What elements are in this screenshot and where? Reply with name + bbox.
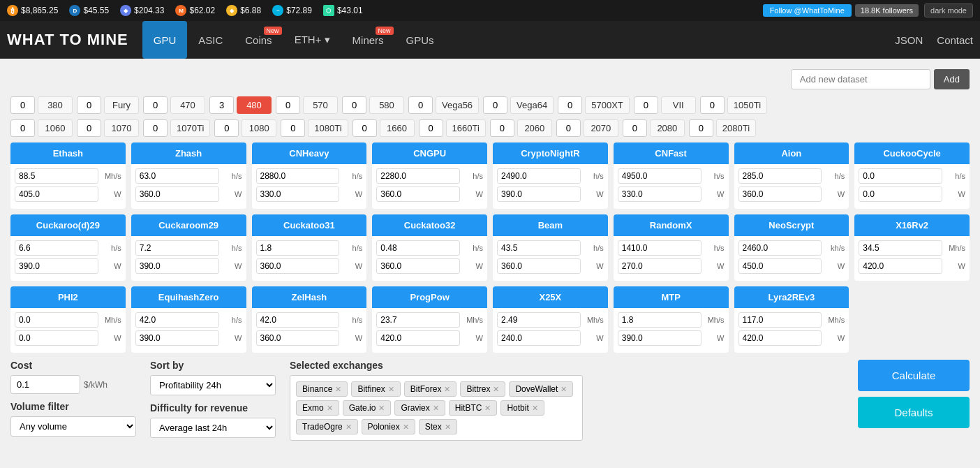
gpu-count-input[interactable] <box>634 96 658 114</box>
cost-input[interactable] <box>10 375 80 394</box>
algo-hashrate-input[interactable] <box>618 168 701 184</box>
algo-name[interactable]: ProgPow <box>372 286 487 308</box>
gpu-count-input[interactable] <box>483 96 507 114</box>
algo-hashrate-input[interactable] <box>376 312 460 328</box>
algo-hashrate-input[interactable] <box>497 312 581 328</box>
gpu-count-input[interactable] <box>689 119 713 137</box>
algo-name[interactable]: Cuckatoo31 <box>252 214 367 236</box>
add-dataset-button[interactable]: Add <box>934 69 970 89</box>
nav-json[interactable]: JSON <box>895 34 923 46</box>
algo-name[interactable]: PHI2 <box>10 286 126 308</box>
defaults-button[interactable]: Defaults <box>858 397 970 428</box>
algo-power-input[interactable] <box>859 258 942 274</box>
gpu-count-input[interactable] <box>209 96 234 114</box>
algo-name[interactable]: X16Rv2 <box>854 214 970 236</box>
algo-power-input[interactable] <box>618 187 701 202</box>
algo-power-input[interactable] <box>738 187 822 202</box>
algo-hashrate-input[interactable] <box>256 240 340 256</box>
gpu-count-input[interactable] <box>408 96 433 114</box>
gpu-count-input[interactable] <box>77 119 101 137</box>
gpu-count-input[interactable] <box>342 96 366 114</box>
remove-exchange-button[interactable]: ✕ <box>444 385 450 394</box>
dark-mode-button[interactable]: dark mode <box>924 3 973 17</box>
algo-power-input[interactable] <box>859 187 942 202</box>
sortby-select[interactable]: Profitability 24h <box>150 375 276 395</box>
algo-power-input[interactable] <box>256 187 340 202</box>
algo-name[interactable]: Aion <box>734 142 849 164</box>
algo-hashrate-input[interactable] <box>738 168 822 184</box>
remove-exchange-button[interactable]: ✕ <box>560 385 567 394</box>
algo-power-input[interactable] <box>256 330 340 346</box>
volume-select[interactable]: Any volume <box>10 416 136 437</box>
nav-asic[interactable]: ASIC <box>187 21 234 59</box>
algo-power-input[interactable] <box>135 330 219 346</box>
nav-miners[interactable]: MinersNew <box>341 21 395 59</box>
gpu-count-input[interactable] <box>700 96 725 114</box>
algo-power-input[interactable] <box>256 258 340 274</box>
nav-coins[interactable]: CoinsNew <box>234 21 283 59</box>
algo-power-input[interactable] <box>618 330 701 346</box>
remove-exchange-button[interactable]: ✕ <box>388 385 394 394</box>
algo-power-input[interactable] <box>15 187 98 202</box>
nav-gpus[interactable]: GPUs <box>395 21 445 59</box>
nav-eth-plus[interactable]: ETH+ ▾ <box>283 21 341 59</box>
algo-name[interactable]: Cuckatoo32 <box>372 214 487 236</box>
algo-power-input[interactable] <box>15 330 98 346</box>
remove-exchange-button[interactable]: ✕ <box>335 385 341 394</box>
algo-power-input[interactable] <box>135 258 219 274</box>
algo-name[interactable]: CNHeavy <box>252 142 367 164</box>
algo-name[interactable]: CNFast <box>614 142 729 164</box>
nav-gpu[interactable]: GPU <box>142 21 188 59</box>
remove-exchange-button[interactable]: ✕ <box>532 404 538 413</box>
gpu-count-input[interactable] <box>77 96 101 114</box>
remove-exchange-button[interactable]: ✕ <box>403 423 409 432</box>
algo-hashrate-input[interactable] <box>15 168 98 184</box>
gpu-count-input[interactable] <box>281 119 305 137</box>
algo-power-input[interactable] <box>738 330 822 346</box>
remove-exchange-button[interactable]: ✕ <box>484 404 491 413</box>
algo-name[interactable]: Ethash <box>10 142 126 164</box>
algo-name[interactable]: Zhash <box>131 142 246 164</box>
algo-power-input[interactable] <box>376 258 460 274</box>
gpu-count-input[interactable] <box>419 119 443 137</box>
algo-name[interactable]: Cuckaroom29 <box>131 214 246 236</box>
algo-hashrate-input[interactable] <box>135 168 219 184</box>
algo-name[interactable]: MTP <box>614 286 729 308</box>
remove-exchange-button[interactable]: ✕ <box>433 404 439 413</box>
algo-hashrate-input[interactable] <box>15 240 98 256</box>
algo-name[interactable]: X25X <box>493 286 608 308</box>
site-logo[interactable]: WHAT TO MINE <box>7 31 128 49</box>
algo-hashrate-input[interactable] <box>256 312 340 328</box>
gpu-count-input[interactable] <box>556 119 581 137</box>
gpu-count-input[interactable] <box>143 119 168 137</box>
algo-name[interactable]: CuckooCycle <box>854 142 970 164</box>
algo-hashrate-input[interactable] <box>859 240 942 256</box>
algo-name[interactable]: RandomX <box>614 214 729 236</box>
remove-exchange-button[interactable]: ✕ <box>445 423 451 432</box>
algo-hashrate-input[interactable] <box>135 312 219 328</box>
algo-power-input[interactable] <box>497 187 581 202</box>
algo-hashrate-input[interactable] <box>859 168 942 184</box>
difficulty-select[interactable]: Average last 24h <box>150 418 276 438</box>
remove-exchange-button[interactable]: ✕ <box>327 404 333 413</box>
algo-hashrate-input[interactable] <box>738 312 822 328</box>
gpu-count-input[interactable] <box>276 96 300 114</box>
algo-name[interactable]: CryptoNightR <box>493 142 608 164</box>
remove-exchange-button[interactable]: ✕ <box>378 404 385 413</box>
algo-hashrate-input[interactable] <box>618 240 701 256</box>
gpu-count-input[interactable] <box>558 96 582 114</box>
algo-power-input[interactable] <box>738 258 822 274</box>
algo-hashrate-input[interactable] <box>376 240 460 256</box>
calculate-button[interactable]: Calculate <box>858 360 970 391</box>
algo-hashrate-input[interactable] <box>618 312 701 328</box>
gpu-count-input[interactable] <box>214 119 239 137</box>
algo-power-input[interactable] <box>618 258 701 274</box>
gpu-count-input[interactable] <box>352 119 377 137</box>
algo-power-input[interactable] <box>376 187 460 202</box>
remove-exchange-button[interactable]: ✕ <box>346 423 352 432</box>
algo-hashrate-input[interactable] <box>135 240 219 256</box>
algo-name[interactable]: Lyra2REv3 <box>734 286 849 308</box>
gpu-count-input[interactable] <box>623 119 647 137</box>
algo-power-input[interactable] <box>15 258 98 274</box>
algo-power-input[interactable] <box>376 330 460 346</box>
